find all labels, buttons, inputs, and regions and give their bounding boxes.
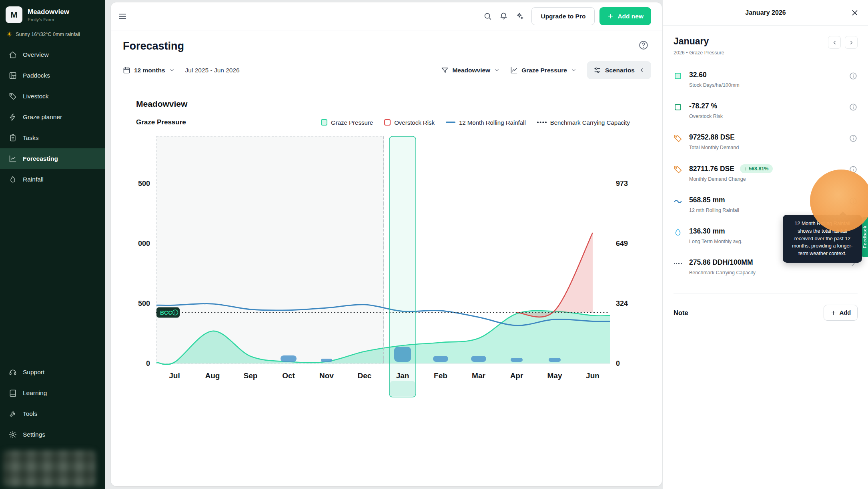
sidebar-item-learning[interactable]: Learning [0, 383, 105, 403]
upgrade-to-pro-button[interactable]: Upgrade to Pro [531, 7, 595, 25]
stat-value: 32.60 [689, 71, 740, 79]
sun-icon: ☀ [6, 30, 12, 38]
tag-icon [674, 165, 682, 174]
plus-icon [830, 310, 836, 316]
y-left-tick: 500 [138, 180, 150, 188]
ai-assist-button[interactable] [511, 8, 527, 24]
green-square-icon [674, 72, 682, 80]
raindrop-icon [9, 176, 17, 184]
metric-select[interactable]: Graze Pressure [510, 66, 577, 74]
livestock-tag-icon [9, 92, 17, 100]
month-next-button[interactable] [845, 36, 858, 49]
y-right-tick: 0 [616, 359, 620, 367]
graze-pressure-line [156, 311, 610, 365]
farm-logo: M [6, 6, 22, 23]
chevron-left-icon [832, 40, 838, 46]
x-axis-label: May [547, 371, 562, 380]
sidebar-item-rainfall[interactable]: Rainfall [0, 169, 105, 190]
page-title: Forecasting [123, 40, 651, 52]
stat-label: 12 mth Rolling Rainfall [689, 208, 739, 213]
x-axis-label: Jun [586, 371, 599, 380]
note-section: Note Add [674, 293, 858, 321]
chevron-left-icon [639, 67, 645, 73]
chevron-down-icon [571, 67, 577, 73]
panel-month: January [674, 36, 724, 47]
dotted-line-icon [674, 259, 682, 268]
x-axis-label: Nov [319, 371, 334, 380]
outline-square-icon [674, 103, 682, 112]
raindrop-icon [674, 228, 682, 237]
bolt-icon [9, 113, 17, 121]
add-note-button[interactable]: Add [824, 305, 858, 321]
info-icon[interactable] [849, 72, 858, 80]
search-button[interactable] [479, 8, 495, 24]
sidebar-item-label: Paddocks [23, 72, 50, 79]
y-left-tick: 500 [138, 299, 150, 307]
x-axis-label: Jul [169, 371, 180, 380]
sidebar: M Meadowview Emily's Farm ☀ Sunny 16°/32… [0, 0, 105, 489]
sidebar-item-label: Learning [23, 389, 47, 397]
sidebar-item-label: Graze planner [23, 114, 62, 121]
stat-label: Total Monthly Demand [689, 145, 739, 150]
date-range-label: Jul 2025 - Jun 2026 [185, 67, 240, 74]
stat-value: 275.86 DDH/100MM [689, 258, 756, 267]
sidebar-item-settings[interactable]: Settings [0, 424, 105, 445]
sidebar-item-tasks[interactable]: Tasks [0, 128, 105, 148]
sparkles-icon [515, 12, 524, 20]
month-prev-button[interactable] [828, 36, 841, 49]
rainfall-marker [471, 356, 486, 362]
learning-book-icon [9, 389, 17, 397]
user-account-blurred[interactable] [3, 451, 95, 487]
chart-line-icon [510, 66, 518, 74]
sidebar-item-label: Settings [23, 431, 45, 438]
change-badge: ↑568.81% [740, 164, 773, 173]
info-icon[interactable] [849, 103, 858, 112]
sliders-icon [593, 66, 601, 74]
stat-label: Long Term Monthly avg. [689, 239, 742, 244]
tag-icon [674, 134, 682, 143]
info-icon[interactable] [849, 165, 858, 174]
info-icon[interactable] [849, 134, 858, 143]
notifications-button[interactable] [495, 8, 511, 24]
y-right-tick: 324 [616, 299, 628, 307]
wave-line-icon [674, 197, 682, 206]
y-left-tick: 0 [146, 359, 150, 367]
farm-switcher[interactable]: M Meadowview Emily's Farm [0, 0, 105, 27]
close-icon[interactable] [850, 8, 859, 17]
sidebar-nav: OverviewPaddocksLivestockGraze plannerTa… [0, 44, 105, 190]
calendar-icon [123, 66, 130, 74]
stat-value: 136.30 mm [689, 227, 742, 236]
add-new-button[interactable]: Add new [599, 7, 651, 25]
date-range-select[interactable]: 12 months [123, 66, 175, 74]
chevron-down-icon [494, 67, 500, 73]
sidebar-item-paddocks[interactable]: Paddocks [0, 65, 105, 86]
x-axis-label: Jan [396, 371, 409, 380]
farm-select[interactable]: Meadowview [441, 66, 500, 74]
feedback-tab[interactable]: Feedback [861, 217, 868, 257]
stat-value: 97252.88 DSE [689, 133, 739, 142]
menu-icon[interactable] [118, 12, 127, 21]
sidebar-item-graze-planner[interactable]: Graze planner [0, 107, 105, 128]
sidebar-item-label: Forecasting [23, 155, 58, 162]
y-left-tick: 000 [138, 240, 150, 247]
chart-legend: Graze PressureOverstock Risk12 Month Rol… [321, 119, 630, 126]
support-headset-icon [9, 368, 17, 376]
sidebar-item-livestock[interactable]: Livestock [0, 86, 105, 107]
sidebar-item-label: Support [23, 369, 44, 376]
rainfall-marker [433, 356, 448, 362]
legend-label: 12 Month Rolling Rainfall [459, 119, 526, 126]
scenarios-button[interactable]: Scenarios [587, 61, 651, 79]
funnel-icon [441, 66, 449, 74]
sidebar-item-support[interactable]: Support [0, 362, 105, 383]
panel-title: January 2026 [745, 9, 786, 16]
sidebar-item-forecasting[interactable]: Forecasting [0, 148, 105, 169]
bcc-badge: BCCi [156, 307, 180, 318]
sidebar-item-overview[interactable]: Overview [0, 44, 105, 65]
help-icon[interactable] [638, 40, 649, 50]
legend-item: Benchmark Carrying Capacity [537, 119, 630, 126]
selected-month-band [389, 136, 416, 397]
sidebar-item-tools[interactable]: Tools [0, 403, 105, 424]
chart-title: Meadowview [136, 99, 187, 109]
info-icon[interactable] [849, 197, 858, 206]
sidebar-item-label: Rainfall [23, 176, 44, 183]
